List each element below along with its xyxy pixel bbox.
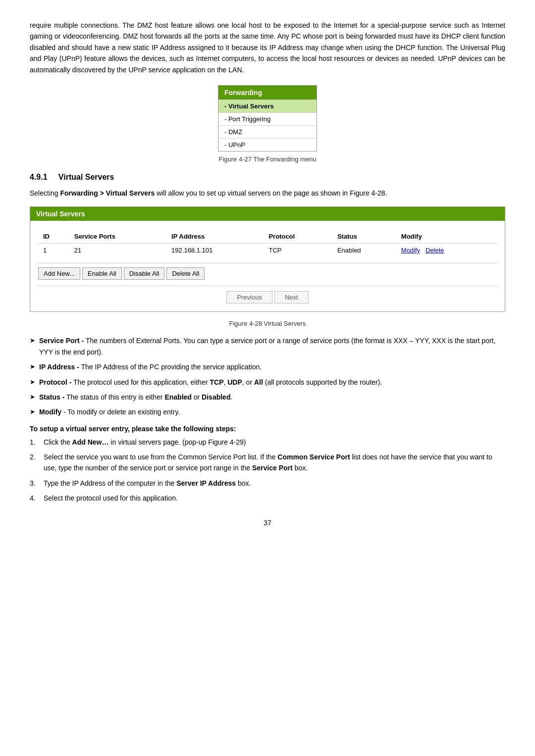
delete-link[interactable]: Delete	[426, 247, 444, 254]
list-item-ip-address: ➤ IP Address - The IP Address of the PC …	[30, 361, 505, 372]
cell-protocol: TCP	[264, 244, 332, 257]
step-content: Type the IP Address of the computer in t…	[44, 478, 505, 489]
col-service-ports: Service Ports	[69, 230, 166, 244]
intro-paragraph: require multiple connections. The DMZ ho…	[30, 20, 505, 75]
add-new-button[interactable]: Add New...	[38, 267, 80, 280]
step-4: 4. Select the protocol used for this app…	[30, 493, 505, 504]
delete-all-button[interactable]: Delete All	[166, 267, 205, 280]
cell-service-ports: 21	[69, 244, 166, 257]
step-number: 1.	[30, 437, 44, 448]
step-3: 3. Type the IP Address of the computer i…	[30, 478, 505, 489]
feature-descriptions: ➤ Service Port - The numbers of External…	[30, 335, 505, 417]
cell-ip-address: 192.168.1.101	[166, 244, 264, 257]
figure-28-caption: Figure 4-28 Virtual Servers	[30, 320, 505, 327]
col-status: Status	[332, 230, 396, 244]
cell-status: Enabled	[332, 244, 396, 257]
bullet-arrow: ➤	[30, 362, 35, 372]
list-item-protocol: ➤ Protocol - The protocol used for this …	[30, 377, 505, 388]
step-2: 2. Select the service you want to use fr…	[30, 452, 505, 474]
previous-button[interactable]: Previous	[226, 291, 272, 303]
section-number: 4.9.1	[30, 173, 48, 181]
list-item-modify: ➤ Modify - To modify or delete an existi…	[30, 406, 505, 417]
enable-all-button[interactable]: Enable All	[82, 267, 122, 280]
cell-id: 1	[38, 244, 69, 257]
virtual-servers-box: Virtual Servers ID Service Ports IP Addr…	[30, 206, 505, 312]
section-heading: 4.9.1 Virtual Servers	[30, 173, 505, 182]
virtual-servers-body: ID Service Ports IP Address Protocol Sta…	[30, 221, 505, 311]
step-1: 1. Click the Add New… in virtual servers…	[30, 437, 505, 448]
section-title: Virtual Servers	[58, 173, 114, 181]
page-number: 37	[30, 519, 505, 527]
menu-item-dmz[interactable]: - DMZ	[218, 125, 317, 138]
cell-modify[interactable]: Modify Delete	[396, 244, 497, 257]
ip-address-description: IP Address - The IP Address of the PC pr…	[39, 361, 505, 372]
step-content: Click the Add New… in virtual servers pa…	[44, 437, 505, 448]
col-protocol: Protocol	[264, 230, 332, 244]
menu-item-virtual-servers[interactable]: - Virtual Servers	[218, 100, 317, 112]
protocol-description: Protocol - The protocol used for this ap…	[39, 377, 505, 388]
table-header-row: ID Service Ports IP Address Protocol Sta…	[38, 230, 497, 244]
list-item-service-port: ➤ Service Port - The numbers of External…	[30, 335, 505, 357]
virtual-servers-table: ID Service Ports IP Address Protocol Sta…	[38, 230, 497, 257]
setup-steps: 1. Click the Add New… in virtual servers…	[30, 437, 505, 504]
bullet-arrow: ➤	[30, 377, 35, 388]
step-number: 4.	[30, 493, 44, 504]
section-intro: Selecting Forwarding > Virtual Servers w…	[30, 188, 505, 199]
menu-item-port-triggering[interactable]: - Port Triggering	[218, 112, 317, 125]
table-row: 1 21 192.168.1.101 TCP Enabled Modify De…	[38, 244, 497, 257]
disable-all-button[interactable]: Disable All	[124, 267, 165, 280]
forwarding-menu-header: Forwarding	[218, 86, 317, 100]
status-description: Status - The status of this entry is eit…	[39, 392, 505, 403]
figure-27-caption: Figure 4-27 The Forwarding menu	[218, 155, 316, 163]
step-number: 2.	[30, 452, 44, 462]
table-divider	[38, 263, 497, 263]
modify-link[interactable]: Modify	[401, 247, 420, 254]
service-port-description: Service Port - The numbers of External P…	[39, 335, 505, 357]
col-id: ID	[38, 230, 69, 244]
pagination-nav: Previous Next	[38, 286, 497, 303]
col-ip-address: IP Address	[166, 230, 264, 244]
bullet-arrow: ➤	[30, 392, 35, 403]
col-modify: Modify	[396, 230, 497, 244]
virtual-servers-header: Virtual Servers	[30, 207, 505, 221]
step-content: Select the service you want to use from …	[44, 452, 505, 474]
forwarding-menu: Forwarding - Virtual Servers - Port Trig…	[218, 85, 317, 151]
bullet-arrow: ➤	[30, 336, 35, 346]
modify-description: Modify - To modify or delete an existing…	[39, 406, 505, 417]
menu-item-upnp[interactable]: - UPnP	[218, 138, 317, 151]
list-item-status: ➤ Status - The status of this entry is e…	[30, 392, 505, 403]
bullet-arrow: ➤	[30, 407, 35, 417]
step-content: Select the protocol used for this applic…	[44, 493, 505, 504]
step-number: 3.	[30, 478, 44, 489]
forwarding-menu-figure: Forwarding - Virtual Servers - Port Trig…	[30, 85, 505, 163]
action-buttons: Add New... Enable All Disable All Delete…	[38, 267, 497, 280]
next-button[interactable]: Next	[274, 291, 309, 303]
steps-heading: To setup a virtual server entry, please …	[30, 425, 505, 433]
